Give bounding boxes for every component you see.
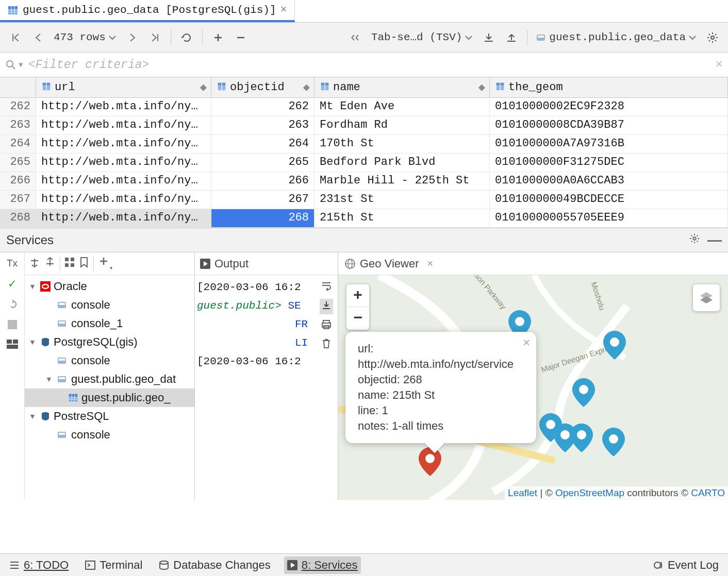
map-marker[interactable] [572,378,595,401]
cell-objectid[interactable]: 263 [211,116,315,134]
cell-name[interactable]: Mt Eden Ave [315,98,490,116]
table-row[interactable]: 262http://web.mta.info/ny…262Mt Eden Ave… [0,98,728,116]
settings-button[interactable] [702,27,723,48]
table-row[interactable]: 263http://web.mta.info/ny…263Fordham Rd0… [0,116,728,135]
cell-geom[interactable]: 01010000008CDA39B87 [490,116,728,134]
table-row[interactable]: 266http://web.mta.info/ny…266Marble Hill… [0,172,728,191]
map-marker-selected[interactable] [419,447,441,470]
map-marker[interactable] [603,331,626,353]
cell-url[interactable]: http://web.mta.info/ny… [36,135,211,153]
popup-close-icon[interactable]: × [523,335,530,350]
leaflet-link[interactable]: Leaflet [508,487,537,498]
status-services[interactable]: 8: Services [284,556,361,574]
column-header-objectid[interactable]: objectid◆ [211,77,315,97]
tree-node-postresql[interactable]: ▼PostreSQL [25,407,194,426]
download-button[interactable] [478,27,499,48]
commit-icon[interactable]: ✓ [8,276,15,291]
status-event-log[interactable]: Event Log [650,556,722,574]
bookmark-icon[interactable] [79,257,89,271]
osm-link[interactable]: OpenStreetMap [555,487,624,498]
status-database-changes[interactable]: Database Changes [156,556,273,574]
map-viewport[interactable]: Hudson Parkway Major Deegan Expressw Mos… [338,275,728,500]
export-format-selector[interactable]: Tab-se…d (TSV) [368,31,476,43]
zoom-out-button[interactable]: − [346,307,369,330]
expand-all-icon[interactable] [29,257,40,271]
cell-objectid[interactable]: 267 [211,191,315,209]
cell-geom[interactable]: 010100000049BCDECCE [490,191,728,209]
add-icon[interactable]: ▾ [98,256,113,272]
cell-objectid[interactable]: 262 [211,98,315,116]
layers-button[interactable] [693,284,720,311]
table-row[interactable]: 268http://web.mta.info/ny…268215th St010… [0,209,728,228]
trash-icon[interactable] [321,338,332,352]
status-todo[interactable]: 6: TODO [6,556,72,574]
cell-objectid[interactable]: 264 [211,135,315,153]
rollback-icon[interactable] [7,298,18,313]
datasource-selector[interactable]: guest.public.geo_data [533,31,700,43]
cell-name[interactable]: Marble Hill - 225th St [315,172,490,190]
column-header-url[interactable]: url◆ [36,77,211,97]
cell-geom[interactable]: 0101000000A7A97316B [490,135,728,153]
editor-tab-geo-data[interactable]: guest.public.geo_data [PostgreSQL(gis)] … [0,0,295,22]
row-count-selector[interactable]: 473 rows [51,31,120,43]
collapse-all-icon[interactable] [44,257,56,271]
cell-url[interactable]: http://web.mta.info/ny… [36,191,211,209]
column-header-geom[interactable]: the_geom [490,77,728,97]
tx-icon[interactable]: Tx [7,258,18,269]
table-row[interactable]: 264http://web.mta.info/ny…264170th St010… [0,135,728,154]
cell-geom[interactable]: 01010000002EC9F2328 [490,98,728,116]
cell-geom[interactable]: 0101000000F31275DEC [490,154,728,172]
services-hide-icon[interactable]: — [707,232,722,248]
upload-button[interactable] [501,27,522,48]
cell-url[interactable]: http://web.mta.info/ny… [36,172,211,190]
output-tab[interactable]: Output [195,252,338,275]
grid-icon[interactable] [64,257,75,270]
cell-name[interactable]: Fordham Rd [315,116,490,134]
tree-node-postgresql-gis[interactable]: ▼PostgreSQL(gis) [25,333,194,351]
cell-geom[interactable]: 010100000055705EEE9 [490,209,728,227]
last-page-button[interactable] [145,27,166,48]
status-terminal[interactable]: Terminal [82,556,145,574]
table-row[interactable]: 267http://web.mta.info/ny…267231st St010… [0,191,728,209]
cell-name[interactable]: 170th St [315,135,490,153]
cell-name[interactable]: Bedford Park Blvd [315,154,490,172]
print-icon[interactable] [321,319,332,333]
cell-name[interactable]: 215th St [315,209,490,227]
cell-url[interactable]: http://web.mta.info/ny… [36,209,211,227]
reload-button[interactable] [176,27,197,48]
cell-objectid[interactable]: 268 [211,209,315,227]
cell-url[interactable]: http://web.mta.info/ny… [36,154,211,172]
tree-node-oracle-console1[interactable]: console_1 [25,314,194,333]
cell-url[interactable]: http://web.mta.info/ny… [36,116,211,134]
row-number-header[interactable] [0,77,36,97]
cell-url[interactable]: http://web.mta.info/ny… [36,98,211,116]
services-settings-icon[interactable] [689,233,700,247]
prev-page-button[interactable] [28,27,48,48]
cell-name[interactable]: 231st St [315,191,490,209]
scroll-icon[interactable] [320,299,333,314]
map-marker[interactable] [602,428,625,450]
tree-node-oracle[interactable]: ▼Oracle [25,277,194,296]
zoom-in-button[interactable]: + [346,284,369,307]
map-marker[interactable] [508,310,531,333]
close-geo-icon[interactable]: × [427,258,434,269]
cell-objectid[interactable]: 265 [211,154,315,172]
more-button[interactable] [345,27,366,48]
geo-viewer-tab[interactable]: Geo Viewer [360,257,419,270]
carto-link[interactable]: CARTO [691,487,725,498]
clear-filter-icon[interactable]: × [716,58,723,72]
stop-icon[interactable] [8,320,17,332]
table-row[interactable]: 265http://web.mta.info/ny…265Bedford Par… [0,154,728,172]
tree-node-geo-data-parent[interactable]: ▼guest.public.geo_dat [25,370,194,388]
tree-node-pg-console[interactable]: console [25,351,194,370]
wrap-icon[interactable] [321,280,332,294]
cell-objectid[interactable]: 266 [211,172,315,190]
tree-node-pg2-console[interactable]: console [25,426,194,444]
cell-geom[interactable]: 0101000000A0A6CCAB3 [490,172,728,190]
remove-row-button[interactable] [230,27,251,48]
layout-icon[interactable] [7,340,18,352]
tree-node-oracle-console[interactable]: console [25,296,194,314]
column-header-name[interactable]: name◆ [315,77,490,97]
output-console[interactable]: [2020-03-06 16:2 guest.public> SE FR LI … [195,275,315,500]
map-marker[interactable] [570,423,593,446]
